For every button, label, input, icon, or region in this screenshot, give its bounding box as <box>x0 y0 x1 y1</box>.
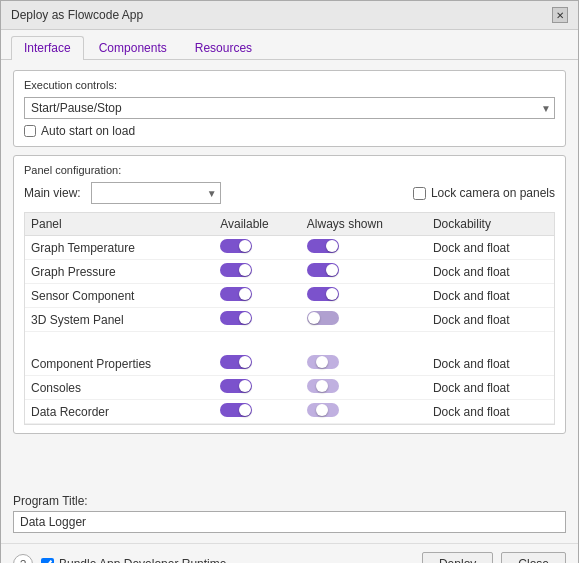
auto-start-label[interactable]: Auto start on load <box>41 124 135 138</box>
lock-camera-checkbox[interactable] <box>413 187 426 200</box>
execution-controls-section: Execution controls: Start/Pause/Stop Sta… <box>13 70 566 147</box>
help-icon[interactable]: ? <box>13 554 33 563</box>
always-shown-toggle[interactable] <box>307 403 339 417</box>
close-button[interactable]: Close <box>501 552 566 563</box>
col-header-available: Available <box>214 213 301 236</box>
table-row <box>25 332 554 353</box>
main-view-label: Main view: <box>24 186 81 200</box>
footer: ? Bundle App Developer Runtime Deploy Cl… <box>1 543 578 563</box>
program-title-label: Program Title: <box>13 494 566 508</box>
always-shown-toggle[interactable] <box>307 287 339 301</box>
available-toggle[interactable] <box>220 311 252 325</box>
table-row: Graph TemperatureDock and float <box>25 236 554 260</box>
available-cell <box>214 376 301 400</box>
table-row: 3D System PanelDock and float <box>25 308 554 332</box>
col-header-panel: Panel <box>25 213 214 236</box>
table-row: Component PropertiesDock and float <box>25 352 554 376</box>
dockability-cell: Dock and float <box>427 236 554 260</box>
col-header-dockability: Dockability <box>427 213 554 236</box>
tab-interface[interactable]: Interface <box>11 36 84 60</box>
panel-name: Sensor Component <box>25 284 214 308</box>
always-shown-cell <box>301 236 427 260</box>
execution-controls-select[interactable]: Start/Pause/Stop Start/Stop None <box>24 97 555 119</box>
program-title-input[interactable] <box>13 511 566 533</box>
always-shown-toggle[interactable] <box>307 239 339 253</box>
bundle-checkbox[interactable] <box>41 558 54 564</box>
available-toggle[interactable] <box>220 379 252 393</box>
panel-name: Consoles <box>25 376 214 400</box>
execution-controls-select-wrapper: Start/Pause/Stop Start/Stop None ▼ <box>24 97 555 119</box>
available-cell <box>214 352 301 376</box>
panel-name: Graph Pressure <box>25 260 214 284</box>
always-shown-cell <box>301 308 427 332</box>
available-cell <box>214 260 301 284</box>
separator-cell <box>214 332 301 353</box>
lock-camera-label[interactable]: Lock camera on panels <box>431 186 555 200</box>
available-cell <box>214 308 301 332</box>
always-shown-toggle[interactable] <box>307 311 339 325</box>
tab-bar: Interface Components Resources <box>1 30 578 60</box>
dockability-cell: Dock and float <box>427 352 554 376</box>
program-title-section: Program Title: <box>13 494 566 533</box>
available-toggle[interactable] <box>220 403 252 417</box>
main-view-select[interactable] <box>91 182 221 204</box>
panel-name: Graph Temperature <box>25 236 214 260</box>
panel-configuration-label: Panel configuration: <box>24 164 555 176</box>
dockability-cell: Dock and float <box>427 284 554 308</box>
always-shown-cell <box>301 400 427 424</box>
col-header-always-shown: Always shown <box>301 213 427 236</box>
panels-table: Panel Available Always shown Dockability… <box>25 213 554 424</box>
always-shown-cell <box>301 352 427 376</box>
separator-cell <box>25 332 214 353</box>
panels-table-wrapper: Panel Available Always shown Dockability… <box>24 212 555 425</box>
dockability-cell: Dock and float <box>427 376 554 400</box>
bundle-label[interactable]: Bundle App Developer Runtime <box>59 557 226 563</box>
main-view-select-wrapper: ▼ <box>91 182 221 204</box>
tab-components[interactable]: Components <box>86 36 180 59</box>
table-row: Sensor ComponentDock and float <box>25 284 554 308</box>
tab-content: Execution controls: Start/Pause/Stop Sta… <box>1 60 578 543</box>
auto-start-checkbox[interactable] <box>24 125 36 137</box>
dialog: Deploy as Flowcode App ✕ Interface Compo… <box>0 0 579 563</box>
panel-configuration-section: Panel configuration: Main view: ▼ Lock c… <box>13 155 566 434</box>
lock-camera-row: Lock camera on panels <box>413 186 555 200</box>
deploy-button[interactable]: Deploy <box>422 552 493 563</box>
tab-resources[interactable]: Resources <box>182 36 265 59</box>
always-shown-toggle[interactable] <box>307 263 339 277</box>
panel-name: Data Recorder <box>25 400 214 424</box>
separator-cell <box>301 332 427 353</box>
available-toggle[interactable] <box>220 239 252 253</box>
always-shown-toggle[interactable] <box>307 379 339 393</box>
table-header-row: Panel Available Always shown Dockability <box>25 213 554 236</box>
available-toggle[interactable] <box>220 263 252 277</box>
separator-cell <box>427 332 554 353</box>
table-row: Graph PressureDock and float <box>25 260 554 284</box>
panel-name: 3D System Panel <box>25 308 214 332</box>
dockability-cell: Dock and float <box>427 308 554 332</box>
main-view-row: Main view: ▼ Lock camera on panels <box>24 182 555 204</box>
empty-area <box>13 442 566 482</box>
always-shown-cell <box>301 376 427 400</box>
always-shown-cell <box>301 260 427 284</box>
always-shown-toggle[interactable] <box>307 355 339 369</box>
panel-name: Component Properties <box>25 352 214 376</box>
dockability-cell: Dock and float <box>427 400 554 424</box>
dockability-cell: Dock and float <box>427 260 554 284</box>
title-bar: Deploy as Flowcode App ✕ <box>1 1 578 30</box>
available-toggle[interactable] <box>220 355 252 369</box>
available-cell <box>214 236 301 260</box>
execution-controls-label: Execution controls: <box>24 79 555 91</box>
dialog-title: Deploy as Flowcode App <box>11 8 143 22</box>
close-icon[interactable]: ✕ <box>552 7 568 23</box>
available-cell <box>214 400 301 424</box>
table-row: ConsolesDock and float <box>25 376 554 400</box>
bundle-row: Bundle App Developer Runtime <box>41 557 414 563</box>
table-row: Data RecorderDock and float <box>25 400 554 424</box>
auto-start-row: Auto start on load <box>24 124 555 138</box>
available-toggle[interactable] <box>220 287 252 301</box>
available-cell <box>214 284 301 308</box>
always-shown-cell <box>301 284 427 308</box>
